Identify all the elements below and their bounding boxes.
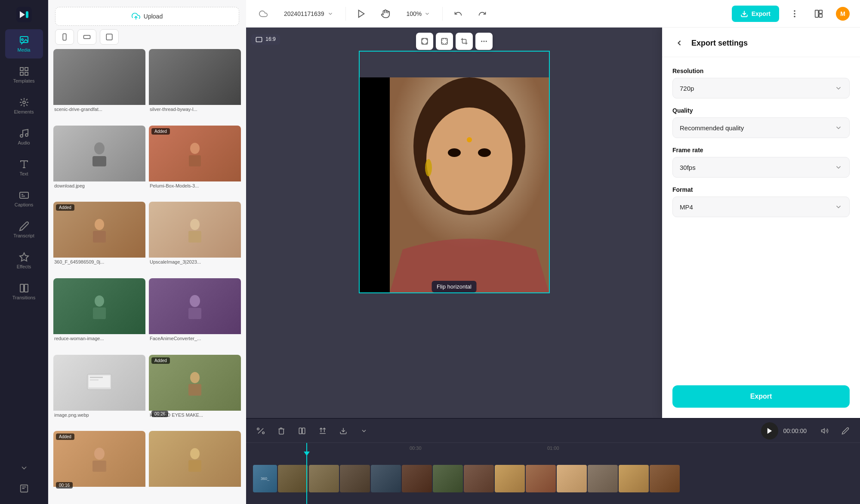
chevron-down-icon[interactable] bbox=[356, 423, 372, 439]
view-square-btn[interactable] bbox=[100, 29, 119, 45]
export-back-button[interactable] bbox=[672, 36, 686, 50]
framerate-dropdown[interactable]: 30fps bbox=[672, 157, 850, 178]
list-item[interactable]: download.jpeg bbox=[53, 126, 145, 199]
svg-point-35 bbox=[190, 372, 200, 383]
timeline-clip[interactable] bbox=[278, 465, 308, 492]
timeline-clip[interactable] bbox=[402, 465, 432, 492]
cloud-icon bbox=[255, 5, 272, 22]
list-item[interactable]: reduce-woman-image... bbox=[53, 278, 145, 351]
timeline-clip[interactable] bbox=[650, 465, 680, 492]
sidebar-item-transcript[interactable]: Transcript bbox=[5, 215, 43, 244]
timeline-clip[interactable] bbox=[619, 465, 649, 492]
undo-icon[interactable] bbox=[450, 5, 467, 22]
hand-tool-icon[interactable] bbox=[377, 5, 394, 22]
list-item[interactable]: FaceAnimeConverter_... bbox=[149, 278, 241, 351]
pencil-icon[interactable] bbox=[838, 423, 853, 439]
crop-tool-icon[interactable] bbox=[456, 33, 473, 50]
scale-tool-icon[interactable] bbox=[416, 33, 433, 50]
export-button[interactable]: Export bbox=[732, 6, 779, 22]
sidebar-item-templates[interactable]: Templates bbox=[5, 60, 43, 89]
list-item[interactable]: Added 360_F_645986509_0j... bbox=[53, 202, 145, 275]
list-item[interactable]: Added 00:26 HOODED EYES MAKE... bbox=[149, 355, 241, 428]
sidebar-item-label: Captions bbox=[15, 202, 33, 207]
export-action-button[interactable]: Export bbox=[672, 385, 850, 408]
sidebar-item-transitions[interactable]: Transitions bbox=[5, 277, 43, 306]
play-button[interactable] bbox=[761, 422, 778, 439]
export-panel-title: Export settings bbox=[691, 39, 748, 48]
svg-point-37 bbox=[94, 448, 105, 460]
split-icon[interactable] bbox=[294, 423, 310, 439]
timeline-clip[interactable] bbox=[309, 465, 339, 492]
svg-point-8 bbox=[23, 101, 25, 104]
sidebar-item-elements[interactable]: Elements bbox=[5, 91, 43, 120]
timeline-clip[interactable] bbox=[588, 465, 618, 492]
sidebar-item-label: Audio bbox=[18, 140, 30, 145]
trim-icon[interactable] bbox=[253, 423, 268, 439]
timeline-clip[interactable] bbox=[495, 465, 525, 492]
sidebar-item-captions[interactable]: Captions bbox=[5, 184, 43, 213]
layout-icon[interactable] bbox=[810, 5, 827, 22]
svg-rect-47 bbox=[819, 10, 822, 13]
svg-rect-1 bbox=[26, 11, 28, 18]
quality-dropdown[interactable]: Recommended quality bbox=[672, 117, 850, 138]
timeline-clip[interactable] bbox=[526, 465, 556, 492]
svg-point-56 bbox=[486, 41, 487, 42]
play-icon[interactable] bbox=[353, 5, 370, 22]
sidebar-item-media[interactable]: Media bbox=[5, 29, 43, 58]
list-item[interactable]: Added Pelumi-Box-Models-3... bbox=[149, 126, 241, 199]
format-dropdown[interactable]: MP4 bbox=[672, 197, 850, 217]
sidebar-collapse-btn[interactable] bbox=[5, 459, 43, 476]
format-label: Format bbox=[672, 186, 850, 193]
view-portrait-btn[interactable] bbox=[55, 29, 74, 45]
view-landscape-btn[interactable] bbox=[77, 29, 96, 45]
list-item[interactable]: UpscaleImage_3|2023... bbox=[149, 202, 241, 275]
resolution-dropdown[interactable]: 720p bbox=[672, 78, 850, 98]
more-options-icon[interactable] bbox=[786, 5, 803, 22]
media-item-label: 360_F_645986509_0j... bbox=[53, 258, 145, 264]
list-item[interactable]: silver-thread-byway-l... bbox=[149, 49, 241, 122]
svg-point-10 bbox=[25, 134, 28, 136]
list-item[interactable]: image.png.webp bbox=[53, 355, 145, 428]
timeline-clip[interactable] bbox=[371, 465, 401, 492]
video-canvas bbox=[360, 77, 549, 292]
svg-rect-6 bbox=[20, 72, 23, 75]
flip-icon[interactable] bbox=[315, 423, 330, 439]
timeline-clip[interactable]: 360_ bbox=[253, 465, 277, 492]
svg-point-23 bbox=[95, 219, 104, 230]
svg-marker-71 bbox=[767, 428, 772, 434]
framerate-value: 30fps bbox=[680, 164, 696, 171]
more-canvas-tool-icon[interactable] bbox=[475, 33, 493, 50]
svg-rect-5 bbox=[25, 68, 28, 71]
list-item[interactable] bbox=[149, 431, 241, 499]
sidebar-item-text[interactable]: Text bbox=[5, 153, 43, 182]
timeline-clip[interactable] bbox=[433, 465, 463, 492]
delete-icon[interactable] bbox=[274, 423, 289, 439]
list-item[interactable]: scenic-drive-grandfat... bbox=[53, 49, 145, 122]
download-icon[interactable] bbox=[336, 423, 351, 439]
svg-rect-53 bbox=[441, 38, 447, 44]
svg-rect-17 bbox=[84, 35, 90, 39]
svg-rect-28 bbox=[93, 307, 106, 319]
svg-point-59 bbox=[426, 108, 512, 211]
zoom-control[interactable]: 100% bbox=[401, 8, 435, 20]
audio-mix-icon[interactable] bbox=[817, 423, 832, 439]
svg-rect-11 bbox=[20, 192, 28, 198]
sidebar-item-label: Templates bbox=[13, 78, 34, 83]
sidebar-item-audio[interactable]: Audio bbox=[5, 122, 43, 151]
fit-tool-icon[interactable] bbox=[436, 33, 453, 50]
svg-point-65 bbox=[257, 428, 259, 430]
duration-badge: 00:16 bbox=[56, 482, 73, 489]
sidebar-item-effects[interactable]: Effects bbox=[5, 246, 43, 275]
list-item[interactable]: Added 00:16 bbox=[53, 431, 145, 499]
timeline-clip[interactable] bbox=[340, 465, 370, 492]
timeline-clip[interactable] bbox=[557, 465, 587, 492]
project-name-btn[interactable]: 202401171639 bbox=[279, 8, 339, 20]
added-badge: Added bbox=[56, 204, 74, 211]
svg-rect-30 bbox=[188, 308, 201, 319]
sidebar-bottom-item[interactable] bbox=[5, 478, 43, 499]
redo-icon[interactable] bbox=[474, 5, 491, 22]
svg-rect-12 bbox=[20, 284, 24, 292]
timeline-clip[interactable] bbox=[464, 465, 494, 492]
upload-button[interactable]: Upload bbox=[55, 7, 239, 26]
svg-rect-13 bbox=[25, 284, 28, 292]
